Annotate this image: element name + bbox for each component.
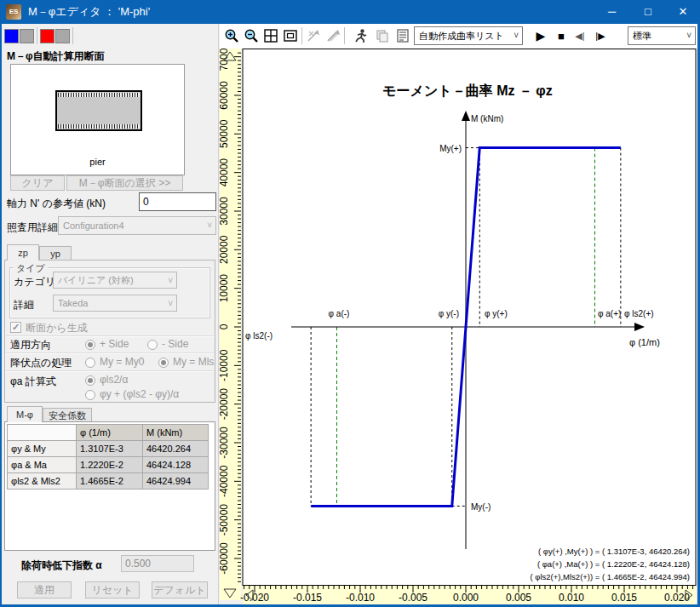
svg-text:モーメント－曲率 Mz － φz: モーメント－曲率 Mz － φz <box>382 83 553 98</box>
tab-safety-factor[interactable]: 安全係数 <box>43 408 92 422</box>
titlebar: ES M－φエディタ ： 'M-phi' ─ □ ✕ <box>0 0 700 24</box>
svg-text:-20000: -20000 <box>220 388 230 421</box>
swatch-gray-2[interactable] <box>55 29 70 43</box>
svg-text:60000: 60000 <box>220 81 230 110</box>
close-button[interactable]: ✕ <box>666 0 700 24</box>
category-dropdown: バイリニア (対称) ˅ <box>53 272 177 289</box>
generate-from-section-checkbox[interactable]: ✓ <box>10 322 21 333</box>
apply-button[interactable]: 適用 <box>17 581 72 598</box>
divider <box>6 335 214 337</box>
phia-formula-1-radio[interactable] <box>85 375 95 386</box>
swatch-red[interactable] <box>40 29 55 43</box>
config-dropdown: Configuration4 ˅ <box>58 216 216 235</box>
chart-area: -0.020-0.015-0.010-0.0050.0000.0050.0100… <box>220 49 697 605</box>
svg-text:-0.015: -0.015 <box>293 592 322 604</box>
direction-minus-radio[interactable] <box>147 340 158 350</box>
svg-text:M (kNm): M (kNm) <box>471 114 503 123</box>
section-name-label: pier <box>11 157 184 167</box>
axial-force-input[interactable] <box>139 192 216 211</box>
probe-curve-icon-disabled <box>304 26 323 45</box>
svg-text:φ ls2(-): φ ls2(-) <box>245 331 273 341</box>
swatch-gray-1[interactable] <box>20 29 34 43</box>
pan-grid-icon[interactable] <box>261 26 280 45</box>
phi-value: 1.2220E-2 <box>77 457 143 473</box>
zoom-window-icon[interactable] <box>281 26 300 45</box>
table-row: φls2 & Mls2 1.4665E-2 46424.994 <box>8 473 209 490</box>
svg-text:-0.010: -0.010 <box>346 592 375 604</box>
svg-text:φ ls2(+): φ ls2(+) <box>624 309 654 318</box>
reset-button[interactable]: リセット <box>85 581 140 598</box>
chevron-down-icon: ˅ <box>686 27 691 44</box>
step-forward-button[interactable]: |▶ <box>591 26 610 45</box>
rebar-hatch-bottom <box>58 124 140 129</box>
phi-value: 1.3107E-3 <box>77 441 143 457</box>
svg-text:-40000: -40000 <box>220 465 230 497</box>
unload-factor-label: 除荷時低下指数 α <box>21 558 102 573</box>
section-preview-box: pier <box>10 64 185 175</box>
zoom-in-icon[interactable] <box>222 26 241 45</box>
row-label: φy & My <box>8 441 77 457</box>
step-back-button[interactable]: ◀| <box>571 26 589 45</box>
svg-text:0.020: 0.020 <box>664 592 690 604</box>
chevron-down-icon: ˅ <box>207 217 212 234</box>
direction-minus-label: - Side <box>162 338 188 350</box>
svg-text:0.005: 0.005 <box>506 592 531 604</box>
tab-mphi[interactable]: M-φ <box>7 406 43 422</box>
table-row: φy & My 1.3107E-3 46420.264 <box>8 441 209 457</box>
detail-dropdown: Takeda ˅ <box>53 295 177 312</box>
maximize-button[interactable]: □ <box>630 0 666 24</box>
svg-text:φ y(+): φ y(+) <box>485 309 508 318</box>
row-label: φa & Ma <box>8 457 77 473</box>
probe-point-icon-disabled <box>324 26 342 45</box>
svg-text:My(+): My(+) <box>439 144 462 153</box>
yield-mls-radio[interactable] <box>158 358 169 368</box>
curvature-list-dropdown[interactable]: 自動作成曲率リスト ˅ <box>414 26 523 45</box>
mphi-editor-window: ES M－φエディタ ： 'M-phi' ─ □ ✕ <box>0 0 700 607</box>
report-list-icon[interactable] <box>393 26 412 45</box>
color-swatch-bar <box>0 24 220 49</box>
toolbar-separator-1 <box>301 27 302 44</box>
tab-zp[interactable]: zp <box>7 244 39 261</box>
detail-value: Takeda <box>58 298 88 308</box>
chart-toolbar: 自動作成曲率リスト ˅ ▶ ■ ◀| |▶ 標準 ˅ <box>220 24 700 49</box>
play-button[interactable]: ▶ <box>531 26 550 45</box>
select-section-button[interactable]: M－φ断面の選択 >> <box>66 175 183 191</box>
unload-factor-input <box>121 555 194 572</box>
category-label: カテゴリ <box>14 275 55 289</box>
mphi-chart[interactable]: -0.020-0.015-0.010-0.0050.0000.0050.0100… <box>220 49 697 607</box>
stop-button[interactable]: ■ <box>552 26 571 45</box>
clear-section-button[interactable]: クリア <box>10 175 65 191</box>
toolbar-separator-2 <box>344 27 345 44</box>
svg-text:10000: 10000 <box>220 274 230 303</box>
chevron-down-icon: ˅ <box>168 295 173 312</box>
mode-dropdown[interactable]: 標準 ˅ <box>628 26 696 45</box>
window-border-left <box>0 24 2 607</box>
tab-yp[interactable]: yp <box>39 246 72 261</box>
run-analysis-icon[interactable] <box>352 26 370 45</box>
direction-plus-radio[interactable] <box>85 340 95 350</box>
section-shape <box>55 90 142 131</box>
window-title: M－φエディタ ： 'M-phi' <box>28 0 150 24</box>
splitter[interactable] <box>218 24 219 607</box>
svg-text:-0.020: -0.020 <box>240 592 269 604</box>
row-label: φls2 & Mls2 <box>8 473 77 490</box>
config-label: 照査用詳細 <box>7 220 58 235</box>
svg-text:-60000: -60000 <box>220 542 230 575</box>
phia-formula-2-radio[interactable] <box>85 390 95 400</box>
svg-text:-10000: -10000 <box>220 349 230 381</box>
yield-my0-radio[interactable] <box>85 358 95 368</box>
swatch-blue[interactable] <box>4 29 19 43</box>
section-group-title: M－φ自動計算用断面 <box>7 49 105 64</box>
detail-label: 詳細 <box>14 298 34 312</box>
svg-text:-0.005: -0.005 <box>399 592 427 604</box>
phia-formula-2-label: φy + (φls2 - φy)/α <box>100 388 179 400</box>
svg-text:( φls2(+),Mls2(+)) = ( 1.4665E: ( φls2(+),Mls2(+)) = ( 1.4665E-2, 46424.… <box>530 572 690 581</box>
minimize-button[interactable]: ─ <box>594 0 630 24</box>
zoom-out-icon[interactable] <box>242 26 261 45</box>
curvature-list-value: 自動作成曲率リスト <box>419 31 504 41</box>
phi-value: 1.4665E-2 <box>77 473 143 490</box>
phia-formula-label: φa 計算式 <box>10 375 56 389</box>
default-button[interactable]: デフォルト <box>152 581 208 598</box>
config-value: Configuration4 <box>63 220 124 231</box>
svg-text:20000: 20000 <box>220 235 230 264</box>
